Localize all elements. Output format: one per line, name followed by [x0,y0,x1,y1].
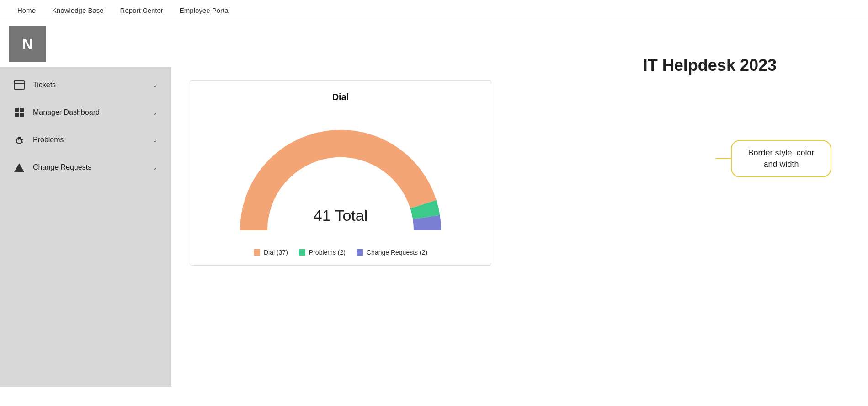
content-area: Dial [171,67,868,387]
tickets-icon [14,80,25,91]
sidebar: Tickets ⌄ Manager Dashboard ⌄ [0,67,171,387]
legend-swatch-dial [254,249,260,256]
dial-container: 41 Total Dial (37) Problems (2) Change R… [204,107,477,256]
chart-title: Dial [204,92,477,102]
legend-swatch-change-requests [357,249,363,256]
legend-item-problems: Problems (2) [299,249,346,256]
legend-label-change-requests: Change Requests (2) [367,249,427,256]
svg-point-2 [16,138,22,144]
nav-employee-portal[interactable]: Employee Portal [171,0,238,21]
nav-home[interactable]: Home [9,0,44,21]
svg-line-8 [16,142,16,142]
legend-item-dial: Dial (37) [254,249,288,256]
chevron-down-icon: ⌄ [152,81,158,89]
dial-svg: 41 Total [222,107,459,244]
triangle-icon [14,162,25,173]
chevron-down-icon: ⌄ [152,136,158,144]
svg-line-9 [22,142,23,142]
change-requests-segment [426,217,427,230]
problems-segment [423,204,426,217]
svg-line-7 [22,139,23,140]
nav-report-center[interactable]: Report Center [112,0,171,21]
sidebar-label-tickets: Tickets [33,81,56,89]
callout-tooltip: Border style, color and width [731,140,831,177]
legend-item-change-requests: Change Requests (2) [357,249,427,256]
grid-icon [14,107,25,118]
chart-card: Dial [190,80,491,266]
sidebar-item-manager-dashboard[interactable]: Manager Dashboard ⌄ [0,99,171,126]
top-nav: Home Knowledge Base Report Center Employ… [0,0,868,21]
svg-line-6 [16,139,16,140]
legend-label-dial: Dial (37) [264,249,288,256]
bug-icon [14,134,25,145]
legend-label-problems: Problems (2) [309,249,346,256]
callout-arrow [715,158,732,159]
svg-point-10 [18,139,19,140]
legend-swatch-problems [299,249,305,256]
avatar: N [9,26,46,62]
sidebar-item-tickets[interactable]: Tickets ⌄ [0,71,171,99]
sidebar-item-problems[interactable]: Problems ⌄ [0,126,171,154]
total-label: 41 Total [314,207,367,224]
svg-point-11 [20,139,21,140]
chart-legend: Dial (37) Problems (2) Change Requests (… [254,249,427,256]
sidebar-label-change-requests: Change Requests [33,163,91,171]
svg-rect-0 [14,81,24,89]
main-layout: Tickets ⌄ Manager Dashboard ⌄ [0,67,868,387]
chevron-down-icon: ⌄ [152,109,158,116]
sidebar-label-problems: Problems [33,136,64,144]
sidebar-item-change-requests[interactable]: Change Requests ⌄ [0,154,171,181]
sidebar-label-manager-dashboard: Manager Dashboard [33,108,100,117]
callout-text: Border style, color and width [748,148,814,169]
nav-knowledge-base[interactable]: Knowledge Base [44,0,112,21]
chevron-down-icon: ⌄ [152,164,158,171]
